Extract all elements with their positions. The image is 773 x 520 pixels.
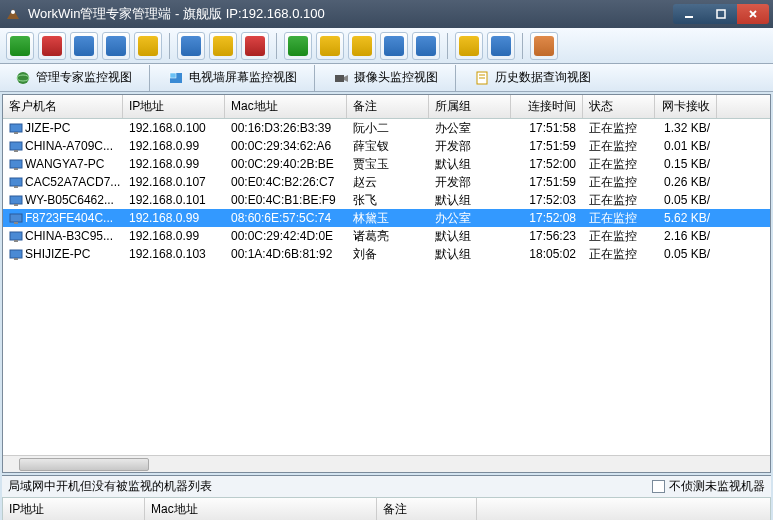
- cell-net: 0.05 KB/: [655, 246, 717, 262]
- table-header: 客户机名 IP地址 Mac地址 备注 所属组 连接时间 状态 网卡接收: [3, 95, 770, 119]
- table-row[interactable]: WANGYA7-PC192.168.0.9900:0C:29:40:2B:BE贾…: [3, 155, 770, 173]
- app-icon: [4, 5, 22, 23]
- minimize-button[interactable]: [673, 4, 705, 24]
- tab-label: 摄像头监控视图: [354, 69, 438, 86]
- cell-status: 正在监控: [583, 173, 655, 192]
- checkbox-label: 不侦测未监视机器: [669, 478, 765, 495]
- bottom-title-bar: 局域网中开机但没有被监视的机器列表 不侦测未监视机器: [2, 476, 771, 497]
- toolbar-btn-3[interactable]: [70, 32, 98, 60]
- toolbar-btn-10[interactable]: [316, 32, 344, 60]
- svg-rect-13: [14, 132, 18, 134]
- bottom-col-ip[interactable]: IP地址: [3, 498, 145, 520]
- monitor-icon: [9, 141, 23, 153]
- checkbox-icon: [652, 480, 665, 493]
- svg-rect-19: [14, 186, 18, 188]
- svg-rect-24: [10, 232, 22, 240]
- svg-point-0: [11, 10, 15, 14]
- globe-icon: [14, 69, 32, 87]
- main-toolbar: [0, 28, 773, 64]
- window-controls: [673, 4, 769, 24]
- tab-camera-view[interactable]: 摄像头监控视图: [324, 67, 446, 89]
- maximize-button[interactable]: [705, 4, 737, 24]
- table-row[interactable]: CAC52A7ACD7...192.168.0.10700:E0:4C:B2:2…: [3, 173, 770, 191]
- table-row[interactable]: WY-B05C6462...192.168.0.10100:E0:4C:B1:B…: [3, 191, 770, 209]
- table-row[interactable]: F8723FE404C...192.168.0.9908:60:6E:57:5C…: [3, 209, 770, 227]
- cell-mac: 00:0C:29:42:4D:0E: [225, 228, 347, 244]
- cell-net: 5.62 KB/: [655, 210, 717, 226]
- toolbar-btn-7[interactable]: [209, 32, 237, 60]
- col-time[interactable]: 连接时间: [511, 95, 583, 118]
- toolbar-btn-15[interactable]: [487, 32, 515, 60]
- cell-status: 正在监控: [583, 137, 655, 156]
- cell-name: JIZE-PC: [25, 121, 70, 135]
- toolbar-btn-16[interactable]: [530, 32, 558, 60]
- toolbar-separator: [314, 65, 315, 91]
- no-detect-checkbox[interactable]: 不侦测未监视机器: [652, 478, 765, 495]
- bottom-col-mac[interactable]: Mac地址: [145, 498, 377, 520]
- scrollbar-thumb[interactable]: [19, 458, 149, 471]
- toolbar-btn-9[interactable]: [284, 32, 312, 60]
- svg-rect-17: [14, 168, 18, 170]
- cell-mac: 00:0C:29:34:62:A6: [225, 138, 347, 154]
- svg-rect-25: [14, 240, 18, 242]
- col-remark[interactable]: 备注: [347, 95, 429, 118]
- col-status[interactable]: 状态: [583, 95, 655, 118]
- tab-tvwall-view[interactable]: 电视墙屏幕监控视图: [159, 67, 305, 89]
- svg-rect-20: [10, 196, 22, 204]
- toolbar-btn-6[interactable]: [177, 32, 205, 60]
- toolbar-btn-14[interactable]: [455, 32, 483, 60]
- cell-ip: 192.168.0.107: [123, 174, 225, 190]
- tab-monitor-view[interactable]: 管理专家监控视图: [6, 67, 140, 89]
- table-row[interactable]: JIZE-PC192.168.0.10000:16:D3:26:B3:39阮小二…: [3, 119, 770, 137]
- window-title: WorkWin管理专家管理端 - 旗舰版 IP:192.168.0.100: [28, 5, 673, 23]
- cell-group: 默认组: [429, 155, 511, 174]
- svg-rect-12: [10, 124, 22, 132]
- col-client-name[interactable]: 客户机名: [3, 95, 123, 118]
- table-row[interactable]: CHINA-A709C...192.168.0.9900:0C:29:34:62…: [3, 137, 770, 155]
- cell-remark: 张飞: [347, 191, 429, 210]
- cell-group: 开发部: [429, 137, 511, 156]
- cell-group: 默认组: [429, 245, 511, 264]
- cell-net: 0.26 KB/: [655, 174, 717, 190]
- cell-status: 正在监控: [583, 191, 655, 210]
- cell-group: 默认组: [429, 191, 511, 210]
- svg-rect-27: [14, 258, 18, 260]
- horizontal-scrollbar[interactable]: [3, 455, 770, 472]
- svg-rect-22: [10, 214, 22, 222]
- col-mac[interactable]: Mac地址: [225, 95, 347, 118]
- cell-time: 17:52:03: [511, 192, 583, 208]
- tvwall-icon: [167, 69, 185, 87]
- toolbar-btn-4[interactable]: [102, 32, 130, 60]
- col-net[interactable]: 网卡接收: [655, 95, 717, 118]
- svg-rect-15: [14, 150, 18, 152]
- cell-name: SHIJIZE-PC: [25, 247, 90, 261]
- tab-history-view[interactable]: 历史数据查询视图: [465, 67, 599, 89]
- monitor-icon: [9, 123, 23, 135]
- bottom-panel: 局域网中开机但没有被监视的机器列表 不侦测未监视机器 IP地址 Mac地址 备注: [2, 475, 771, 520]
- svg-rect-21: [14, 204, 18, 206]
- toolbar-btn-1[interactable]: [6, 32, 34, 60]
- table-row[interactable]: SHIJIZE-PC192.168.0.10300:1A:4D:6B:81:92…: [3, 245, 770, 263]
- monitor-icon: [9, 177, 23, 189]
- table-row[interactable]: CHINA-B3C95...192.168.0.9900:0C:29:42:4D…: [3, 227, 770, 245]
- col-group[interactable]: 所属组: [429, 95, 511, 118]
- toolbar-btn-11[interactable]: [348, 32, 376, 60]
- view-tabs-toolbar: 管理专家监控视图 电视墙屏幕监控视图 摄像头监控视图 历史数据查询视图: [0, 64, 773, 92]
- toolbar-btn-8[interactable]: [241, 32, 269, 60]
- cell-time: 17:52:00: [511, 156, 583, 172]
- cell-ip: 192.168.0.99: [123, 156, 225, 172]
- svg-rect-16: [10, 160, 22, 168]
- svg-rect-14: [10, 142, 22, 150]
- toolbar-btn-5[interactable]: [134, 32, 162, 60]
- cell-name: WANGYA7-PC: [25, 157, 104, 171]
- col-ip[interactable]: IP地址: [123, 95, 225, 118]
- cell-net: 2.16 KB/: [655, 228, 717, 244]
- bottom-col-remark[interactable]: 备注: [377, 498, 477, 520]
- close-button[interactable]: [737, 4, 769, 24]
- svg-rect-23: [14, 222, 18, 224]
- toolbar-btn-13[interactable]: [412, 32, 440, 60]
- toolbar-btn-12[interactable]: [380, 32, 408, 60]
- cell-ip: 192.168.0.99: [123, 210, 225, 226]
- toolbar-btn-2[interactable]: [38, 32, 66, 60]
- table-body: JIZE-PC192.168.0.10000:16:D3:26:B3:39阮小二…: [3, 119, 770, 455]
